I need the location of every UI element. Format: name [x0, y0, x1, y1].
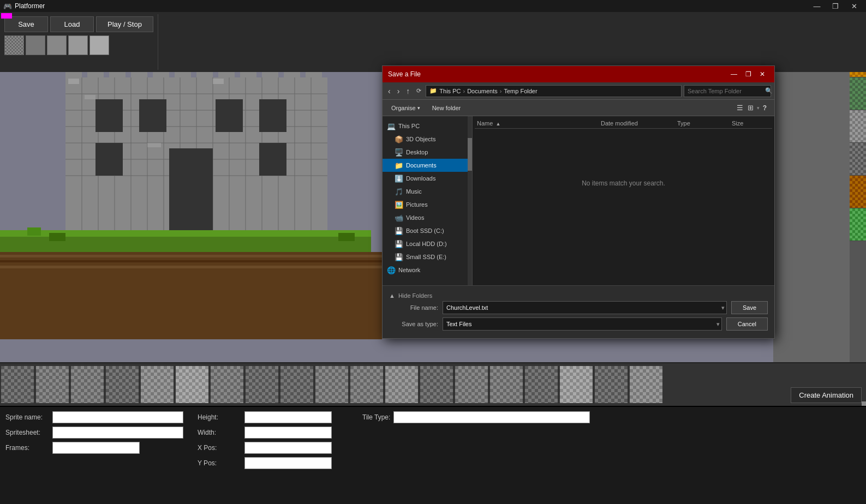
nav-forward-button[interactable]: › [395, 86, 402, 97]
breadcrumb-documents[interactable]: Documents [467, 88, 498, 94]
search-input[interactable] [688, 88, 763, 94]
new-folder-button[interactable]: New folder [428, 103, 465, 113]
nav-item-3d-objects[interactable]: 📦 3D Objects [383, 133, 472, 146]
nav-item-desktop[interactable]: 🖥️ Desktop [383, 146, 472, 159]
strip-tile-2[interactable] [36, 366, 69, 403]
nav-item-downloads[interactable]: ⬇️ Downloads [383, 172, 472, 185]
organise-button[interactable]: Organise ▾ [387, 103, 425, 113]
strip-tile-4[interactable] [106, 366, 139, 403]
breadcrumb-temp-folder[interactable]: Temp Folder [504, 88, 537, 94]
nav-item-local-hdd[interactable]: 💾 Local HDD (D:) [383, 237, 472, 250]
close-button[interactable]: ✕ [845, 0, 863, 12]
col-header-size[interactable]: Size [732, 120, 770, 127]
right-tile-5[interactable] [850, 143, 866, 176]
strip-tile-8[interactable] [246, 366, 278, 403]
nav-up-button[interactable]: ↑ [404, 86, 412, 97]
spritesheet-label: Spritesheet: [5, 429, 49, 436]
y-pos-input[interactable] [244, 457, 332, 469]
nav-label-pictures: Pictures [406, 201, 428, 208]
nav-item-music[interactable]: 🎵 Music [383, 185, 472, 198]
svg-rect-43 [85, 95, 95, 99]
file-name-input[interactable] [443, 301, 727, 314]
save-type-wrap: Text Files ▾ [443, 317, 722, 331]
nav-item-videos[interactable]: 📹 Videos [383, 211, 472, 224]
tile-thumb-4[interactable] [68, 35, 88, 55]
strip-tile-6[interactable] [176, 366, 208, 403]
spritesheet-input[interactable] [52, 427, 183, 439]
help-button[interactable]: ? [760, 103, 770, 113]
save-type-select[interactable]: Text Files [443, 317, 722, 331]
strip-tile-16[interactable] [525, 366, 558, 403]
nav-item-documents[interactable]: 📁 Documents [383, 159, 472, 172]
strip-tile-18[interactable] [595, 366, 628, 403]
nav-item-network[interactable]: 🌐 Network [383, 263, 472, 277]
hide-folders-row[interactable]: ▲ Hide Folders [389, 290, 768, 301]
nav-label-network: Network [398, 267, 420, 273]
strip-tile-9[interactable] [280, 366, 313, 403]
nav-item-this-pc[interactable]: 💻 This PC [383, 119, 472, 133]
breadcrumb-this-pc[interactable]: This PC [439, 88, 461, 94]
nav-back-button[interactable]: ‹ [386, 86, 393, 97]
tile-type-input[interactable] [393, 411, 590, 423]
svg-rect-50 [0, 260, 382, 262]
nav-item-small-ssd[interactable]: 💾 Small SSD (E:) [383, 250, 472, 263]
resize-handle[interactable] [862, 401, 866, 406]
right-tile-7[interactable] [850, 208, 866, 241]
tile-thumb-3[interactable] [47, 35, 67, 55]
nav-scrollbar-thumb[interactable] [468, 138, 472, 171]
save-dialog: Save a File — ❐ ✕ ‹ › ↑ ⟳ 📁 This PC › Do… [382, 65, 775, 339]
right-tile-4[interactable] [850, 110, 866, 143]
strip-tile-14[interactable] [455, 366, 488, 403]
view-grid-button[interactable]: ⊞ [745, 103, 756, 113]
dialog-close-button[interactable]: ✕ [756, 68, 769, 80]
right-tile-3[interactable] [850, 77, 866, 110]
breadcrumb[interactable]: 📁 This PC › Documents › Temp Folder [426, 85, 682, 97]
tile-thumb-2[interactable] [26, 35, 45, 55]
play-stop-button[interactable]: Play / Stop [96, 16, 153, 32]
load-button[interactable]: Load [50, 16, 94, 32]
strip-tile-10[interactable] [315, 366, 348, 403]
nav-item-boot-ssd[interactable]: 💾 Boot SSD (C:) [383, 224, 472, 237]
frames-input[interactable] [52, 442, 140, 454]
strip-tile-19[interactable] [630, 366, 662, 403]
nav-label-videos: Videos [406, 214, 424, 221]
col-header-type[interactable]: Type [677, 120, 732, 127]
width-input[interactable] [244, 427, 332, 439]
dialog-minimize-button[interactable]: — [727, 68, 740, 80]
strip-tile-13[interactable] [420, 366, 453, 403]
restore-button[interactable]: ❐ [827, 0, 844, 12]
strip-tile-5[interactable] [141, 366, 174, 403]
strip-tile-7[interactable] [211, 366, 243, 403]
nav-refresh-button[interactable]: ⟳ [414, 86, 423, 95]
height-input[interactable] [244, 411, 332, 423]
strip-tile-12[interactable] [385, 366, 418, 403]
create-animation-button[interactable]: Create Animation [791, 387, 862, 403]
file-list-header: Name ▲ Date modified Type Size [475, 118, 772, 129]
window-controls: — ❐ ✕ [808, 0, 863, 12]
strip-tile-15[interactable] [490, 366, 523, 403]
nav-scrollbar[interactable] [468, 116, 472, 285]
nav-item-pictures[interactable]: 🖼️ Pictures [383, 198, 472, 211]
dialog-save-button[interactable]: Save [731, 301, 768, 314]
strip-tile-3[interactable] [71, 366, 104, 403]
strip-tile-11[interactable] [350, 366, 383, 403]
tile-thumb-5[interactable] [89, 35, 109, 55]
col-header-date[interactable]: Date modified [601, 120, 677, 127]
strip-tile-17[interactable] [560, 366, 593, 403]
minimize-button[interactable]: — [808, 0, 826, 12]
y-pos-label: Y Pos: [198, 459, 241, 467]
search-box[interactable]: 🔍 [684, 85, 771, 97]
left-info-column: Sprite name: Spritesheet: Frames: [5, 411, 183, 500]
nav-label-documents: Documents [406, 162, 437, 169]
tile-thumb-1[interactable] [4, 35, 24, 55]
save-button[interactable]: Save [4, 16, 48, 32]
x-pos-input[interactable] [244, 442, 332, 454]
right-tile-6[interactable] [850, 176, 866, 208]
dialog-cancel-button[interactable]: Cancel [726, 317, 768, 331]
view-list-button[interactable]: ☰ [734, 103, 745, 113]
dialog-restore-button[interactable]: ❐ [742, 68, 755, 80]
height-label: Height: [198, 413, 241, 421]
strip-tile-1[interactable] [1, 366, 34, 403]
col-header-name[interactable]: Name ▲ [477, 120, 601, 127]
sprite-name-input[interactable] [52, 411, 183, 423]
